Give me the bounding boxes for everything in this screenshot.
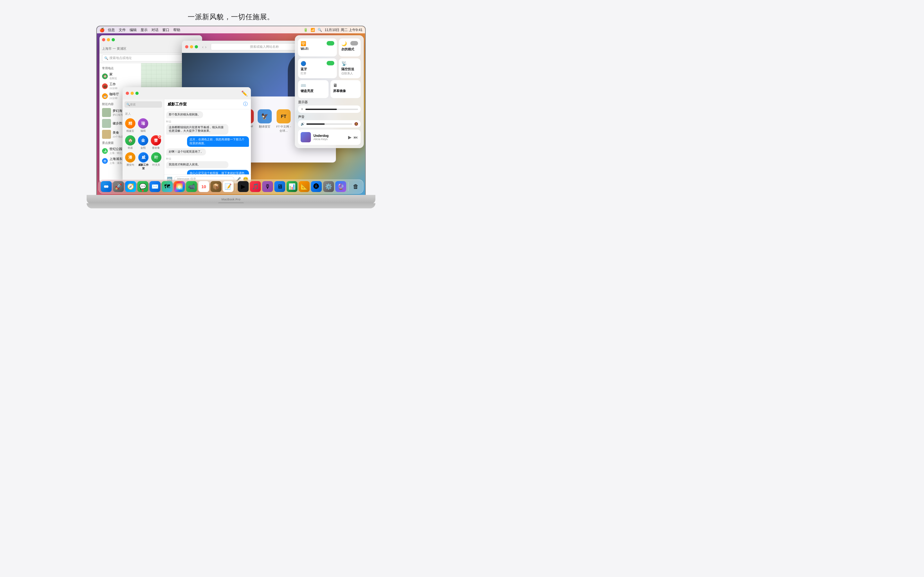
dnd-toggle[interactable]: [351, 41, 358, 45]
messages-chat-body: 那个氛车的镜头很刺激。 叶云 这条断断续续的片段更有节奏感，镜头街接也更流畅，大…: [164, 109, 251, 174]
cc-bluetooth-tile[interactable]: 🔵 蓝牙 打开: [298, 58, 337, 78]
menu-display[interactable]: 显示: [141, 27, 148, 32]
msg-4-sender: 叶云: [166, 157, 249, 161]
maps-home[interactable]: 🏠 家 在附近: [99, 71, 141, 81]
menubar-right: 🔋 📶 🔍 11月10日 周二 上午9:41: [304, 27, 363, 32]
dock-numbers[interactable]: 📊: [286, 181, 297, 192]
dock-facetime[interactable]: 📹: [186, 181, 197, 192]
cc-airdrop-tile[interactable]: 📡 隔空投送 仅联系人: [339, 58, 360, 78]
menu-help[interactable]: 帮助: [173, 27, 180, 32]
search-icon[interactable]: 🔍: [318, 28, 322, 32]
contact-jinxi[interactable]: 金: [138, 135, 148, 145]
dock-launchpad[interactable]: 🚀: [113, 181, 124, 192]
safari-back[interactable]: ‹: [202, 45, 204, 49]
dock-separator: [236, 182, 236, 191]
control-center: 🛜 Wi-Fi 🌙 勿扰模式 🔵 蓝牙 打开: [295, 35, 364, 148]
skip-forward-icon[interactable]: ⏭: [354, 135, 358, 140]
display-slider[interactable]: [305, 109, 358, 110]
dock-maps[interactable]: 🗺: [162, 181, 173, 192]
cc-track-artist: Alicia Keys: [313, 137, 346, 141]
compose-icon[interactable]: ✏️: [241, 90, 248, 97]
bluetooth-toggle[interactable]: [326, 61, 334, 65]
dock-music[interactable]: 🎵: [250, 181, 261, 192]
dock-screen[interactable]: 🖥: [274, 181, 285, 192]
contact-ruiqi[interactable]: 瑞: [138, 118, 148, 129]
menu-file[interactable]: 文件: [119, 27, 126, 32]
dock-messages[interactable]: 💬: [137, 181, 148, 192]
menu-info[interactable]: 信息: [108, 27, 115, 32]
dock-trash[interactable]: 🗑: [351, 181, 361, 192]
dock-photos[interactable]: 🌅: [174, 181, 185, 192]
dock-misc[interactable]: 📦: [210, 181, 221, 192]
display-brightness-icon: ☀: [300, 107, 304, 111]
contact-jingjiabao[interactable]: 精: [125, 118, 136, 129]
cc-display-slider: ☀: [298, 105, 360, 113]
dock-siri[interactable]: 🔮: [335, 181, 346, 192]
messages-close[interactable]: [126, 92, 129, 95]
dock-settings[interactable]: ⚙️: [323, 181, 334, 192]
dock-safari[interactable]: 🧭: [125, 181, 136, 192]
cc-second-row: 🔵 蓝牙 打开 📡 隔空投送 仅联系人: [298, 58, 360, 78]
dock-podcasts[interactable]: 🎙: [262, 181, 273, 192]
ft-bookmark-icon: FT: [276, 109, 291, 123]
dock-mail[interactable]: ✉️: [150, 181, 160, 192]
wifi-toggle[interactable]: [326, 41, 334, 45]
minimize-button[interactable]: [107, 38, 110, 41]
messages-sidebar: 🔍 搜索 家人 精 精嘉宝: [123, 99, 164, 183]
safari-bookmark-ft[interactable]: FT FT 中文网 - 全球...: [276, 109, 292, 133]
battery-icon[interactable]: 🔋: [304, 28, 308, 32]
page-headline: 一派新风貌，一切任施展。: [0, 0, 462, 22]
safari-url-text: 搜索或输入网站名称: [250, 45, 279, 49]
messages-info-icon[interactable]: ⓘ: [243, 101, 248, 107]
dock-appstore[interactable]: 🅐: [311, 181, 322, 192]
maximize-button[interactable]: [111, 38, 115, 41]
messages-search-input[interactable]: 🔍 搜索: [124, 101, 162, 108]
cc-dnd-tile[interactable]: 🌙 勿扰模式: [339, 39, 360, 56]
contact-yetiantian[interactable]: 叶: [151, 152, 162, 163]
msg-0-text: 那个氛车的镜头很刺激。: [169, 113, 200, 117]
cc-playback-controls: ▶ ⏭: [348, 135, 358, 140]
cc-top-row: 🛜 Wi-Fi 🌙 勿扰模式: [298, 39, 360, 56]
safari-maximize[interactable]: [195, 45, 198, 48]
messages-maximize[interactable]: [136, 92, 139, 95]
maps-explore-sub-0: 上海 · 锦江...: [110, 151, 124, 155]
sound-mute-icon[interactable]: 🔕: [354, 122, 358, 126]
menu-edit[interactable]: 编辑: [129, 27, 137, 32]
messages-minimize[interactable]: [131, 92, 134, 95]
menubar: 🍎 信息 文件 编辑 显示 对话 窗口 帮助 🔋 📶 🔍 11月10日 周二 上…: [97, 26, 365, 33]
safari-bookmark-fanyi[interactable]: 🦅 翻译度官: [258, 109, 272, 133]
cc-wifi-tile[interactable]: 🛜 Wi-Fi: [298, 39, 337, 56]
contact-panyanjun[interactable]: 潘: [125, 152, 136, 163]
apple-menu[interactable]: 🍎: [99, 27, 105, 32]
menu-window[interactable]: 窗口: [162, 27, 170, 32]
safari-forward[interactable]: ›: [205, 45, 206, 49]
contact-weying[interactable]: 威: [138, 152, 149, 163]
dock-calendar[interactable]: 10: [198, 181, 209, 192]
dock-keynote[interactable]: 📐: [299, 181, 310, 192]
maps-work-sub: 22分钟: [110, 87, 118, 90]
dock-reminders[interactable]: 📝: [223, 181, 234, 192]
play-pause-icon[interactable]: ▶: [348, 135, 352, 140]
messages-chat-title: 威影工作室: [168, 102, 187, 107]
fanyi-bookmark-icon: 🦅: [258, 109, 272, 123]
close-button[interactable]: [102, 38, 105, 41]
safari-minimize[interactable]: [190, 45, 193, 48]
dock-finder[interactable]: [101, 181, 111, 192]
mirror-tile-icon: 🖥: [333, 83, 359, 88]
sound-slider[interactable]: [306, 123, 352, 125]
safari-close[interactable]: [185, 45, 188, 48]
cc-mirror-tile[interactable]: 🖥 屏幕镜像: [330, 80, 361, 98]
contact-neighbor[interactable]: 🏠: [125, 135, 136, 145]
keyboard-tile-icon: ⌨️: [300, 83, 326, 88]
dock-appletv[interactable]: ▶: [238, 181, 249, 192]
dock-separator-2: [348, 182, 349, 191]
airdrop-tile-icon: 📡: [341, 61, 358, 66]
work-icon: 💼: [102, 83, 108, 89]
airdrop-sub: 仅联系人: [341, 71, 358, 76]
menu-dialog[interactable]: 对话: [152, 27, 158, 32]
contact-neighbor-label: 邻居: [128, 146, 133, 150]
cc-keyboard-tile[interactable]: ⌨️ 键盘亮度: [298, 80, 328, 98]
mirror-title: 屏幕镜像: [333, 89, 359, 93]
maps-coffee-label: 咖啡厅: [110, 92, 119, 97]
wifi-icon[interactable]: 📶: [310, 28, 315, 32]
